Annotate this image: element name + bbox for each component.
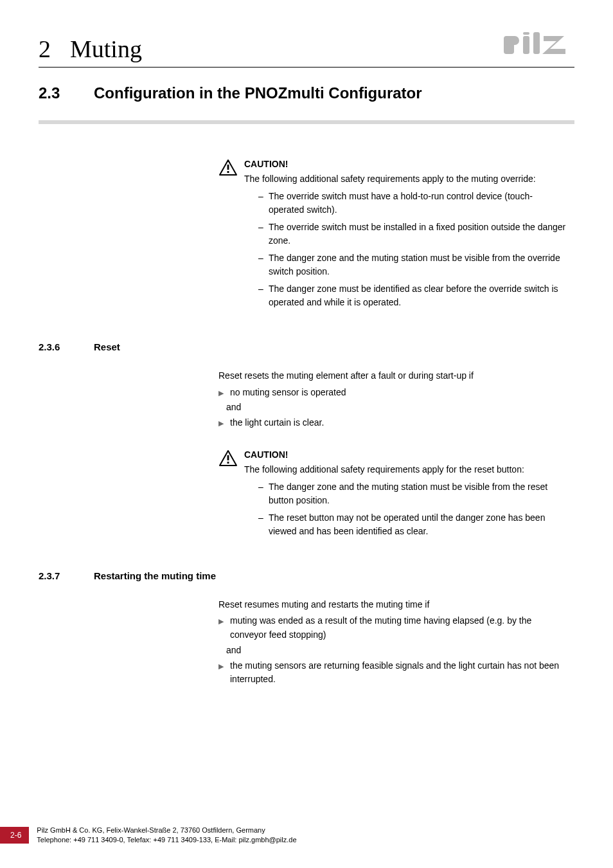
svg-rect-2 [523,36,529,54]
caution-intro: The following additional safety requirem… [244,463,568,476]
divider-rule [39,120,574,124]
chapter-title: Muting [70,35,142,63]
svg-rect-1 [504,36,519,45]
and-connector: and [226,644,568,658]
caution-body: CAUTION! The following additional safety… [244,158,568,313]
caution-block-override: CAUTION! The following additional safety… [218,158,568,313]
svg-rect-7 [227,455,229,460]
footer-line2: Telephone: +49 711 3409-0, Telefax: +49 … [37,835,296,845]
triangle-bullet-icon: ▶ [218,386,230,400]
list-item-text: The override switch must be installed in… [269,221,568,248]
list-item-text: the muting sensors are returning feasibl… [230,659,568,687]
list-item: –The danger zone and the muting station … [258,251,568,278]
subsection-number: 2.3.6 [39,341,94,352]
caution-label: CAUTION! [244,448,568,462]
list-item-text: The override switch must have a hold-to-… [269,190,568,217]
svg-rect-8 [227,462,229,464]
caution-sublist: –The danger zone and the muting station … [258,480,568,538]
section-heading: 2.3 Configuration in the PNOZmulti Confi… [39,84,574,102]
svg-rect-3 [523,32,529,35]
list-item: –The danger zone and the muting station … [258,480,568,507]
subsection-number: 2.3.7 [39,570,94,581]
and-connector: and [226,401,568,415]
list-item-text: The danger zone and the muting station m… [269,251,568,278]
bullet-list: ▶muting was ended as a result of the mut… [218,614,568,686]
caution-label: CAUTION! [244,158,568,171]
header-left: 2 Muting [39,35,142,63]
list-item: –The override switch must be installed i… [258,221,568,248]
bullet-list: ▶no muting sensor is operated and ▶the l… [218,386,568,430]
caution-intro: The following additional safety requirem… [244,172,568,186]
list-item: –The reset button may not be operated un… [258,511,568,538]
list-item: ▶muting was ended as a result of the mut… [218,614,568,642]
list-item-text: The danger zone must be identified as cl… [269,282,568,309]
content-col: Reset resets the muting element after a … [218,369,568,542]
subsection-title: Restarting the muting time [94,570,216,581]
content-col: CAUTION! The following additional safety… [218,158,568,313]
list-item-text: The reset button may not be operated unt… [269,511,568,538]
page-header: 2 Muting [39,32,574,68]
list-item-text: The danger zone and the muting station m… [269,480,568,507]
page-number-badge: 2-6 [0,827,29,844]
svg-rect-6 [227,171,229,173]
footer-line1: Pilz GmbH & Co. KG, Felix-Wankel-Straße … [37,826,296,835]
list-item: –The override switch must have a hold-to… [258,190,568,217]
triangle-bullet-icon: ▶ [218,614,230,642]
subsection-heading-236: 2.3.6 Reset [39,341,574,352]
section-title: Configuration in the PNOZmulti Configura… [94,84,422,102]
svg-rect-4 [533,32,540,54]
svg-rect-5 [227,165,229,170]
chapter-number: 2 [39,35,51,63]
section-number: 2.3 [39,84,94,102]
caution-block-reset: CAUTION! The following additional safety… [218,448,568,542]
list-item: ▶the light curtain is clear. [218,416,568,430]
pilz-logo [504,32,574,60]
triangle-bullet-icon: ▶ [218,416,230,430]
list-item: ▶no muting sensor is operated [218,386,568,400]
list-item-text: the light curtain is clear. [230,416,324,430]
warning-icon [218,159,240,313]
caution-sublist: –The override switch must have a hold-to… [258,190,568,309]
paragraph: Reset resets the muting element after a … [218,369,568,383]
content-col: Reset resumes muting and restarts the mu… [218,598,568,687]
list-item-text: muting was ended as a result of the muti… [230,614,568,642]
paragraph: Reset resumes muting and restarts the mu… [218,598,568,612]
page-footer: 2-6 Pilz GmbH & Co. KG, Felix-Wankel-Str… [0,826,613,845]
subsection-heading-237: 2.3.7 Restarting the muting time [39,570,574,581]
triangle-bullet-icon: ▶ [218,659,230,687]
caution-body: CAUTION! The following additional safety… [244,448,568,542]
list-item: –The danger zone must be identified as c… [258,282,568,309]
list-item-text: no muting sensor is operated [230,386,346,400]
warning-icon [218,449,240,542]
footer-text: Pilz GmbH & Co. KG, Felix-Wankel-Straße … [37,826,296,845]
subsection-title: Reset [94,341,120,352]
list-item: ▶the muting sensors are returning feasib… [218,659,568,687]
page: 2 Muting 2.3 Configuration in the PNOZmu… [0,0,613,868]
